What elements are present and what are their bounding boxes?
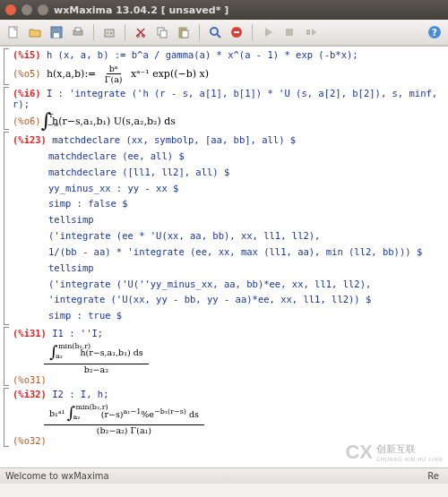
svg-point-6	[107, 32, 108, 34]
cut-icon[interactable]	[133, 24, 149, 40]
input-code[interactable]: I2 : I, h;	[52, 389, 108, 399]
print-icon[interactable]	[70, 24, 86, 40]
cell-bracket[interactable]	[4, 132, 9, 325]
cell-i23[interactable]: (%i23) matchdeclare (xx, symbolp, [aa, b…	[4, 132, 448, 325]
svg-rect-4	[75, 28, 81, 31]
svg-text:?: ?	[432, 28, 437, 38]
toolbar-separator	[252, 24, 253, 40]
svg-rect-5	[105, 30, 114, 37]
input-code[interactable]: tellsimp	[48, 214, 94, 225]
help-icon[interactable]: ?	[426, 24, 443, 40]
window-titlebar: wxMaxima 13.04.2 [ unsaved* ]	[0, 0, 448, 20]
worksheet[interactable]: (%i5) h (x, a, b) := b^a / gamma(a) * x^…	[0, 46, 448, 484]
output-label: (%o6)	[13, 116, 41, 126]
output-math: ∫min(b₂,r)a₂ h(r−s,a₁,b₁) ds b₂−a₂	[44, 340, 149, 374]
stop-icon[interactable]	[228, 24, 245, 40]
input-code[interactable]: I1 : ''I;	[52, 328, 103, 338]
output-label: (%o5)	[13, 68, 41, 79]
step-icon[interactable]	[281, 24, 297, 40]
watermark: CX 创新互联 CHUANG XIN HU LIAN	[345, 441, 443, 464]
cell-i6[interactable]: (%i6) I : 'integrate ('h (r - s, a[1], b…	[4, 87, 448, 130]
cell-bracket[interactable]	[4, 87, 9, 130]
cell-i31[interactable]: (%i31) I1 : ''I; ∫min(b₂,r)a₂ h(r−s,a₁,b…	[4, 327, 448, 386]
input-code[interactable]: h (x, a, b) := b^a / gamma(a) * x^(a - 1…	[47, 49, 358, 60]
open-icon[interactable]	[27, 24, 43, 40]
input-code[interactable]: 1/(bb - aa) * 'integrate (ee, xx, max (l…	[48, 246, 422, 257]
svg-rect-18	[306, 30, 310, 35]
input-code[interactable]: matchdeclare ([ll1, ll2], all) $	[48, 167, 229, 177]
output-label: (%o32)	[13, 435, 47, 446]
integral-sign: ∫r−∞	[41, 113, 51, 129]
anim-icon[interactable]	[303, 24, 319, 40]
find-icon[interactable]	[207, 24, 223, 40]
close-icon[interactable]	[5, 4, 16, 15]
output-math: h(x,a,b):= bᵃΓ(a) xᵃ⁻¹ exp((−b) x)	[47, 68, 209, 80]
svg-rect-11	[160, 30, 167, 38]
cell-bracket[interactable]	[4, 327, 9, 386]
minimize-icon[interactable]	[22, 4, 32, 15]
input-label: (%i31)	[13, 328, 47, 338]
toolbar-separator	[199, 24, 200, 40]
input-code[interactable]: 'integrate ('U(xx, yy - bb, yy - aa)*ee,…	[48, 294, 371, 304]
svg-rect-17	[286, 29, 293, 36]
input-code[interactable]: yy_minus_xx : yy - xx $	[48, 183, 178, 193]
cell-i32[interactable]: (%i32) I2 : I, h; b₁ᵃ¹ ∫min(b₂,r)a₂ (r−s…	[4, 388, 448, 447]
toolbar-separator	[93, 24, 94, 40]
input-code[interactable]: ('integrate (ee * 'U(xx, aa, bb), xx, ll…	[48, 230, 320, 241]
maximize-icon[interactable]	[38, 4, 48, 15]
paste-icon[interactable]	[176, 24, 192, 40]
save-icon[interactable]	[48, 24, 65, 40]
status-left: Welcome to wxMaxima	[5, 471, 109, 481]
copy-icon[interactable]	[154, 24, 170, 40]
window-title: wxMaxima 13.04.2 [ unsaved* ]	[54, 4, 228, 16]
input-label: (%i5)	[13, 49, 41, 60]
new-doc-icon[interactable]	[5, 24, 22, 40]
input-code[interactable]: simp : true $	[48, 310, 122, 321]
status-right: Re	[427, 471, 439, 481]
input-code[interactable]: simp : false $	[48, 198, 128, 209]
input-code[interactable]: tellsimp	[48, 262, 94, 273]
svg-point-7	[110, 32, 112, 34]
toolbar: ?	[0, 20, 448, 46]
output-label: (%o31)	[13, 374, 47, 385]
status-bar: Welcome to wxMaxima Re	[0, 467, 448, 484]
svg-rect-16	[234, 31, 239, 33]
cell-bracket[interactable]	[4, 48, 9, 85]
svg-rect-2	[54, 33, 59, 38]
svg-rect-13	[182, 30, 188, 38]
input-label: (%i23)	[13, 134, 47, 145]
input-label: (%i32)	[13, 389, 47, 399]
run-icon[interactable]	[260, 24, 276, 40]
svg-point-14	[211, 28, 218, 35]
input-code[interactable]: matchdeclare (ee, all) $	[48, 150, 185, 161]
output-math: h(r−s,a₁,b₁) U(s,a₂,b₂) ds	[52, 116, 176, 127]
cell-bracket[interactable]	[4, 388, 9, 447]
input-label: (%i6)	[13, 88, 41, 99]
config-icon[interactable]	[101, 24, 117, 40]
input-code[interactable]: matchdeclare (xx, symbolp, [aa, bb], all…	[52, 134, 296, 145]
input-code[interactable]: ('integrate ('U(''yy_minus_xx, aa, bb)*e…	[48, 278, 371, 289]
toolbar-separator	[125, 24, 125, 40]
input-code[interactable]: I : 'integrate ('h (r - s, a[1], b[1]) *…	[13, 88, 437, 109]
cell-i5[interactable]: (%i5) h (x, a, b) := b^a / gamma(a) * x^…	[4, 48, 448, 85]
watermark-logo: CX	[345, 441, 373, 464]
output-math: b₁ᵃ¹ ∫min(b₂,r)a₂ (r−s)a₁−1%e−b₁(r−s) ds…	[44, 401, 204, 435]
